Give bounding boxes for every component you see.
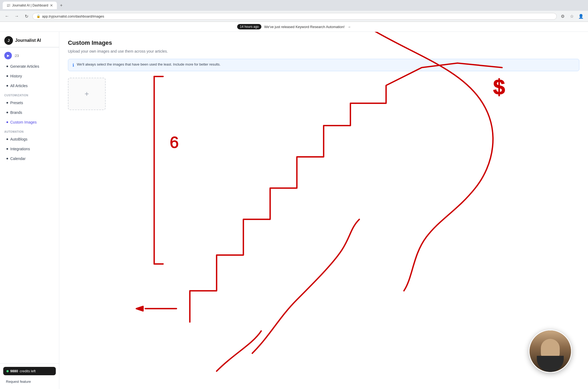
- sidebar-item-generate-articles[interactable]: Generate Articles: [2, 62, 57, 71]
- back-button[interactable]: ←: [3, 12, 11, 20]
- sidebar-item-label: Brands: [10, 110, 22, 115]
- request-feature-label: Request feature: [6, 380, 31, 384]
- nav-dot-presets: [6, 102, 8, 104]
- sidebar: J Journalist AI ▶ :23 Generate Articles …: [0, 32, 59, 389]
- nav-dot-autoblogs: [6, 138, 8, 140]
- sidebar-item-label: All Articles: [10, 84, 28, 88]
- sidebar-item-label: History: [10, 74, 22, 78]
- sidebar-item-label: Presets: [10, 101, 23, 105]
- browser-chrome: 📰 Journalist AI | Dashboard ✕ +: [0, 0, 588, 11]
- sidebar-item-all-articles[interactable]: All Articles: [2, 81, 57, 90]
- tab-favicon: 📰: [6, 4, 11, 7]
- browser-tabs: 📰 Journalist AI | Dashboard ✕ +: [3, 2, 65, 9]
- top-banner: 14 hours ago We've just released Keyword…: [0, 22, 588, 32]
- new-tab-button[interactable]: +: [58, 2, 65, 9]
- webcam-person: [530, 330, 571, 372]
- banner-message: We've just released Keyword Research Aut…: [264, 25, 345, 29]
- bookmark-icon[interactable]: ☆: [568, 12, 576, 20]
- nav-dot-brands: [6, 112, 8, 113]
- sidebar-item-presets[interactable]: Presets: [2, 98, 57, 107]
- automation-section-label: AUTOMATION: [0, 127, 59, 134]
- logo-text: Journalist AI: [15, 38, 41, 43]
- credits-badge: 9880 credits left: [3, 367, 56, 375]
- sidebar-item-label: Custom Images: [10, 120, 37, 124]
- profile-icon[interactable]: 👤: [577, 12, 585, 20]
- drawing-overlay: $ 6: [59, 32, 588, 389]
- nav-dot-integrations: [6, 148, 8, 150]
- sidebar-logo: J Journalist AI: [0, 32, 59, 47]
- info-banner-text: We'll always select the images that have…: [77, 62, 220, 66]
- forward-button[interactable]: →: [13, 12, 20, 20]
- svg-marker-4: [136, 306, 143, 311]
- sidebar-item-label: Calendar: [10, 156, 26, 161]
- logo-initial: J: [8, 38, 10, 43]
- info-icon: ℹ: [72, 63, 74, 68]
- nav-dot-history: [6, 75, 8, 77]
- credits-number: 9880: [10, 369, 18, 373]
- main-content: Custom Images Upload your own images and…: [59, 32, 588, 389]
- browser-nav: ← → ↻ 🔒 app.tryjournalist.com/dashboard/…: [0, 11, 588, 22]
- logo-icon: J: [4, 36, 13, 45]
- sidebar-user: ▶ :23: [0, 50, 59, 62]
- sidebar-item-calendar[interactable]: Calendar: [2, 154, 57, 163]
- page-title: Custom Images: [68, 39, 579, 46]
- tab-close-button[interactable]: ✕: [50, 3, 53, 8]
- upload-plus-icon: +: [85, 90, 89, 98]
- credits-suffix: credits left: [20, 369, 36, 373]
- sidebar-item-brands[interactable]: Brands: [2, 108, 57, 117]
- page-subtitle: Upload your own images and use them acro…: [68, 49, 579, 53]
- user-avatar: ▶: [4, 52, 12, 59]
- tab-title: Journalist AI | Dashboard: [12, 4, 48, 7]
- active-tab[interactable]: 📰 Journalist AI | Dashboard ✕: [3, 2, 57, 9]
- avatar-play: ▶: [7, 54, 9, 57]
- address-bar[interactable]: 🔒 app.tryjournalist.com/dashboard/images: [32, 13, 557, 20]
- time-badge: 14 hours ago: [237, 24, 261, 29]
- sidebar-item-label: AutoBlogs: [10, 137, 27, 141]
- sidebar-item-history[interactable]: History: [2, 71, 57, 81]
- main-layout: J Journalist AI ▶ :23 Generate Articles …: [0, 32, 588, 389]
- customization-section-label: CUSTOMIZATION: [0, 91, 59, 98]
- request-feature-link[interactable]: Request feature: [3, 377, 56, 386]
- url-text: app.tryjournalist.com/dashboard/images: [42, 14, 104, 18]
- sidebar-item-integrations[interactable]: Integrations: [2, 144, 57, 153]
- svg-text:6: 6: [170, 133, 179, 151]
- extensions-icon[interactable]: ⚙: [559, 12, 566, 20]
- browser-toolbar-icons: ⚙ ☆ 👤: [559, 12, 585, 20]
- sidebar-item-label: Integrations: [10, 147, 30, 151]
- svg-text:$: $: [493, 75, 505, 99]
- info-banner: ℹ We'll always select the images that ha…: [68, 59, 579, 71]
- sidebar-item-label: Generate Articles: [10, 64, 39, 69]
- credits-dot-icon: [6, 370, 9, 372]
- nav-dot-custom-images: [6, 121, 8, 123]
- nav-dot-articles: [6, 85, 8, 87]
- nav-dot-generate: [6, 66, 8, 67]
- sidebar-item-custom-images[interactable]: Custom Images: [2, 118, 57, 127]
- nav-dot-calendar: [6, 158, 8, 159]
- sidebar-bottom: 9880 credits left Request feature: [0, 363, 59, 389]
- sidebar-item-autoblogs[interactable]: AutoBlogs: [2, 135, 57, 144]
- banner-arrow[interactable]: →: [347, 25, 351, 29]
- app-container: 14 hours ago We've just released Keyword…: [0, 22, 588, 389]
- refresh-button[interactable]: ↻: [23, 12, 30, 20]
- webcam-overlay: [529, 330, 572, 373]
- webcam-shirt: [537, 356, 564, 372]
- user-time: :23: [14, 54, 19, 58]
- upload-image-button[interactable]: +: [68, 78, 106, 110]
